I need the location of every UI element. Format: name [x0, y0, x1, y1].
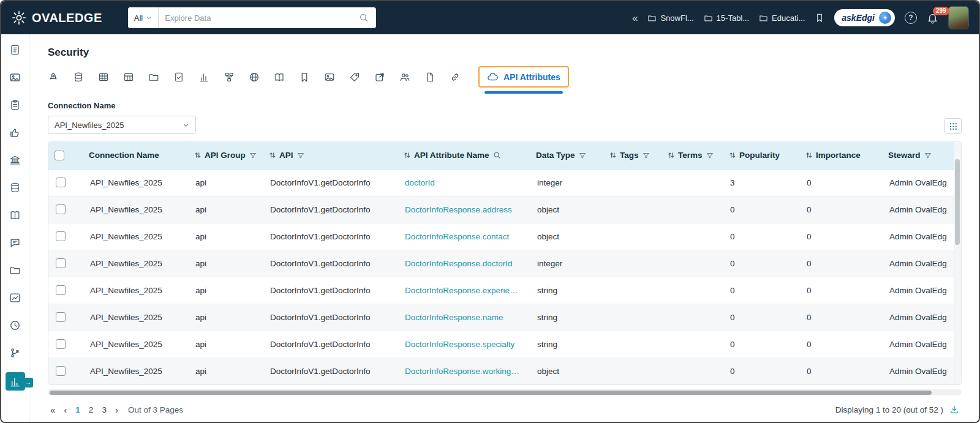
- sort-icon[interactable]: [194, 151, 201, 159]
- table-row[interactable]: API_Newfiles_2025 api DoctorInfoV1.getDo…: [48, 357, 962, 384]
- column-header-connection-name[interactable]: Connection Name: [83, 142, 188, 169]
- cell-api-attribute-link[interactable]: DoctorInfoResponse.doctorId: [398, 250, 530, 277]
- column-header-api-group[interactable]: API Group: [188, 142, 263, 169]
- column-header-api-attribute-name[interactable]: API Attribute Name: [398, 142, 530, 169]
- bar-chart-icon[interactable]: [6, 372, 25, 391]
- vertical-scrollbar[interactable]: [954, 142, 961, 384]
- row-checkbox[interactable]: [56, 285, 66, 295]
- table-columns-icon[interactable]: [123, 72, 134, 83]
- download-button[interactable]: [949, 405, 959, 414]
- sort-icon[interactable]: [729, 151, 736, 159]
- sort-icon[interactable]: [668, 151, 674, 159]
- bookmark-ribbon-icon[interactable]: [299, 72, 310, 83]
- table-row[interactable]: API_Newfiles_2025 api DoctorInfoV1.getDo…: [48, 250, 962, 277]
- askedgi-button[interactable]: askEdgi ✦: [834, 9, 895, 26]
- table-icon[interactable]: [98, 72, 109, 83]
- thumbs-up-icon[interactable]: [6, 124, 24, 140]
- folder-icon[interactable]: [148, 72, 159, 83]
- filter-icon[interactable]: [297, 152, 304, 159]
- page-button-2[interactable]: 2: [89, 405, 94, 414]
- export-icon[interactable]: [374, 72, 385, 83]
- database-icon[interactable]: [6, 179, 24, 195]
- link-icon[interactable]: [450, 72, 461, 83]
- search-icon[interactable]: [352, 13, 376, 23]
- column-header-data-type[interactable]: Data Type: [530, 142, 603, 169]
- tab-api-attributes[interactable]: API Attributes: [478, 66, 569, 88]
- table-row[interactable]: API_Newfiles_2025 api DoctorInfoV1.getDo…: [48, 331, 962, 357]
- header-select-all[interactable]: [48, 142, 83, 169]
- cell-api-attribute-link[interactable]: DoctorInfoResponse.specialty: [398, 331, 530, 357]
- row-checkbox[interactable]: [56, 339, 66, 349]
- row-checkbox[interactable]: [56, 204, 66, 214]
- file-check-icon[interactable]: [173, 72, 184, 83]
- cell-api-attribute-link[interactable]: DoctorInfoResponse.workingH...: [398, 357, 530, 384]
- recent-tab-education[interactable]: Educati...: [759, 13, 805, 23]
- cell-api-attribute-link[interactable]: DoctorInfoResponse.experience: [398, 277, 530, 304]
- user-avatar[interactable]: [948, 6, 969, 29]
- database-icon[interactable]: [73, 72, 84, 83]
- sort-icon[interactable]: [404, 151, 410, 159]
- horizontal-scrollbar-thumb[interactable]: [50, 391, 932, 395]
- sidebar-expand-toggle[interactable]: →: [23, 378, 33, 387]
- column-header-api[interactable]: API: [263, 142, 398, 169]
- line-chart-icon[interactable]: [6, 290, 24, 305]
- image-icon[interactable]: [324, 72, 335, 83]
- horizontal-scrollbar[interactable]: [48, 389, 962, 395]
- page-button-1[interactable]: 1: [75, 405, 80, 414]
- table-row[interactable]: API_Newfiles_2025 api DoctorInfoV1.getDo…: [48, 277, 962, 304]
- recent-tab-tables[interactable]: 15-Tabl...: [704, 13, 749, 23]
- column-header-popularity[interactable]: Popularity: [723, 142, 799, 169]
- filter-icon[interactable]: [579, 152, 586, 159]
- open-book-icon[interactable]: [274, 72, 285, 83]
- row-checkbox[interactable]: [56, 258, 66, 268]
- collapse-tabs-icon[interactable]: «: [632, 13, 638, 23]
- users-icon[interactable]: [399, 72, 410, 83]
- column-header-tags[interactable]: Tags: [603, 142, 662, 169]
- filter-icon[interactable]: [643, 152, 650, 159]
- cell-api-attribute-link[interactable]: DoctorInfoResponse.name: [398, 304, 530, 331]
- previous-page-button[interactable]: ‹: [64, 405, 67, 414]
- bookmark-icon[interactable]: [815, 13, 824, 23]
- cell-api-attribute-link[interactable]: DoctorInfoResponse.address: [398, 196, 530, 223]
- git-branch-icon[interactable]: [6, 345, 24, 361]
- ovaledge-logo[interactable]: OVALEDGE: [11, 10, 102, 26]
- vertical-scrollbar-thumb[interactable]: [955, 159, 960, 245]
- chat-icon[interactable]: [6, 234, 24, 250]
- first-page-button[interactable]: «: [50, 405, 55, 414]
- sort-icon[interactable]: [805, 151, 812, 159]
- tag-icon[interactable]: [349, 72, 360, 83]
- sort-icon[interactable]: [609, 151, 616, 159]
- schema-icon[interactable]: [224, 72, 235, 83]
- bank-icon[interactable]: [6, 152, 24, 168]
- globe-icon[interactable]: [249, 72, 260, 83]
- bar-chart-icon[interactable]: [198, 72, 209, 83]
- rocket-icon[interactable]: [48, 72, 59, 83]
- table-row[interactable]: API_Newfiles_2025 api DoctorInfoV1.getDo…: [48, 223, 962, 250]
- table-row[interactable]: API_Newfiles_2025 api DoctorInfoV1.getDo…: [48, 304, 962, 331]
- help-icon[interactable]: ?: [905, 12, 917, 24]
- file-icon[interactable]: [424, 72, 435, 83]
- row-checkbox[interactable]: [56, 312, 66, 322]
- image-icon[interactable]: [6, 69, 24, 85]
- filter-icon[interactable]: [706, 152, 714, 159]
- sort-icon[interactable]: [269, 151, 276, 159]
- document-icon[interactable]: [6, 42, 24, 58]
- select-all-checkbox[interactable]: [55, 151, 64, 160]
- next-page-button[interactable]: ›: [115, 405, 118, 414]
- filter-icon[interactable]: [249, 152, 257, 159]
- cell-api-attribute-link[interactable]: doctorId: [398, 169, 530, 196]
- search-input[interactable]: [159, 13, 352, 23]
- clipboard-icon[interactable]: [6, 97, 24, 113]
- cell-api-attribute-link[interactable]: DoctorInfoResponse.contact: [398, 223, 530, 250]
- column-header-terms[interactable]: Terms: [662, 142, 723, 169]
- clock-icon[interactable]: [6, 317, 24, 333]
- column-header-steward[interactable]: Steward: [882, 142, 962, 169]
- search-scope-dropdown[interactable]: All: [128, 7, 159, 28]
- row-checkbox[interactable]: [56, 366, 66, 376]
- column-search-icon[interactable]: [493, 151, 501, 159]
- connection-name-select[interactable]: API_Newfiles_2025: [48, 116, 196, 134]
- folder-icon[interactable]: [6, 262, 24, 278]
- table-row[interactable]: API_Newfiles_2025 api DoctorInfoV1.getDo…: [48, 169, 962, 196]
- notifications-button[interactable]: 299: [927, 12, 938, 24]
- row-checkbox[interactable]: [56, 178, 66, 187]
